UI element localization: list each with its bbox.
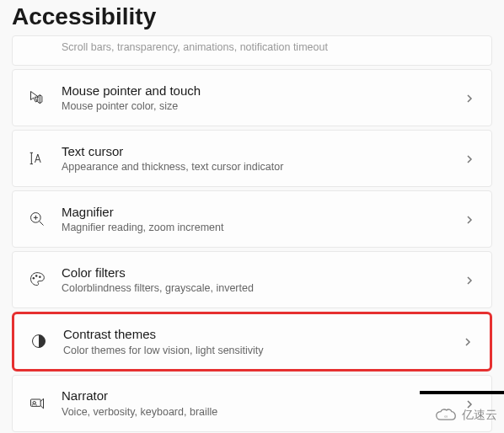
item-title: Magnifier [62,204,464,221]
item-content: Narrator Voice, verbosity, keyboard, bra… [62,388,464,419]
item-subtitle: Scroll bars, transparency, animations, n… [62,41,328,53]
svg-point-1 [33,277,35,280]
item-subtitle: Color themes for low vision, light sensi… [63,344,463,357]
item-subtitle: Magnifier reading, zoom increment [62,221,464,234]
color-filters-icon [28,270,46,289]
magnifier-icon [28,210,46,228]
item-title: Narrator [62,388,464,404]
item-content: Text cursor Appearance and thickness, te… [62,143,464,174]
item-subtitle: Appearance and thickness, text cursor in… [62,160,464,174]
item-content: Mouse pointer and touch Mouse pointer co… [62,83,464,114]
page-title: Accessibility [0,0,504,35]
narrator-icon [28,394,46,413]
chevron-right-icon [464,92,476,104]
text-cursor-icon [28,149,46,168]
settings-item-color-filters[interactable]: Color filters Colorblindness filters, gr… [12,251,492,308]
settings-item-visual-effects[interactable]: Scroll bars, transparency, animations, n… [12,35,492,66]
item-title: Color filters [62,265,464,281]
cloud-icon: ∞ [435,408,457,423]
watermark-text: 亿速云 [462,408,497,423]
settings-item-narrator[interactable]: Narrator Voice, verbosity, keyboard, bra… [12,375,492,432]
item-title: Mouse pointer and touch [62,83,464,99]
settings-list: Scroll bars, transparency, animations, n… [0,35,504,432]
watermark: ∞ 亿速云 [435,408,497,423]
item-subtitle: Voice, verbosity, keyboard, braille [62,405,464,419]
svg-text:∞: ∞ [444,414,448,419]
item-subtitle: Colorblindness filters, grayscale, inver… [62,281,464,295]
item-title: Contrast themes [63,326,463,343]
settings-item-contrast-themes[interactable]: Contrast themes Color themes for low vis… [12,312,492,372]
chevron-right-icon [464,213,476,225]
item-subtitle: Mouse pointer color, size [62,99,464,113]
chevron-right-icon [463,335,475,347]
settings-item-magnifier[interactable]: Magnifier Magnifier reading, zoom increm… [12,190,492,248]
svg-point-3 [39,275,41,278]
svg-point-2 [35,275,38,277]
item-title: Text cursor [62,143,464,160]
item-content: Color filters Colorblindness filters, gr… [62,265,464,296]
settings-item-mouse-pointer[interactable]: Mouse pointer and touch Mouse pointer co… [12,69,492,126]
mouse-pointer-icon [28,88,46,107]
chevron-right-icon [464,274,476,286]
item-content: Contrast themes Color themes for low vis… [63,326,463,357]
item-content: Magnifier Magnifier reading, zoom increm… [62,204,464,235]
settings-item-text-cursor[interactable]: Text cursor Appearance and thickness, te… [12,130,492,187]
chevron-right-icon [464,152,476,164]
watermark-bar [420,391,504,394]
contrast-icon [29,332,48,350]
